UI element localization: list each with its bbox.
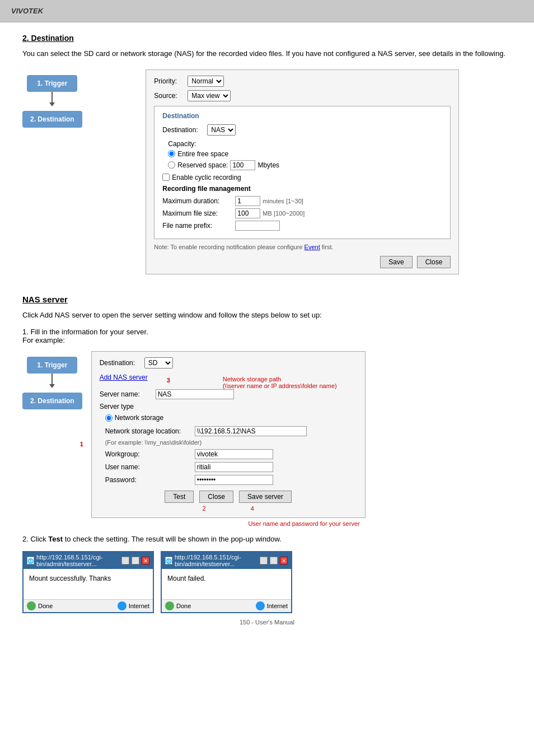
file-prefix-input[interactable] [235,221,280,231]
destination-select-row: Destination: NAS SD [162,124,442,136]
cyclic-recording-label: Enable cyclic recording [172,174,241,181]
password-label: Password: [105,476,195,484]
entire-free-radio[interactable] [168,150,175,157]
annotation-4: 4 [251,505,254,512]
reserved-space-row: Reserved space: Mbytes [168,160,442,170]
internet-icon-2 [256,601,265,610]
success-popup: 🌐 http://192.168.5.151/cgi-bin/admin/tes… [22,551,154,613]
source-label: Source: [154,92,188,100]
max-file-input[interactable] [235,208,260,218]
success-popup-title: http://192.168.5.151/cgi-bin/admin/tests… [36,554,120,567]
failure-message: Mount failed. [167,575,206,582]
step2-rest: to check the setting. The result will be… [65,535,282,543]
workgroup-row: Workgroup: [105,449,357,459]
workflow-left: 1. Trigger 2. Destination [22,69,82,283]
internet-icon [118,601,127,610]
max-file-label: Maximum file size: [162,209,235,217]
destination-panel: Destination Destination: NAS SD Capacity… [154,106,451,239]
cyclic-recording-row: Enable cyclic recording [162,174,442,181]
title-bar-icons-failure: _ □ ✕ [259,557,288,564]
username-row: User name: [105,462,357,472]
network-storage-section: Network storage Network storage location… [105,414,357,485]
close-icon-2[interactable]: ✕ [280,557,288,564]
mbytes-label: Mbytes [257,161,279,169]
file-mgmt-title: Recording file management [162,185,442,193]
network-path-annotation: Network storage path (\\server name or I… [223,376,337,389]
save-server-button[interactable]: Save server [239,491,292,503]
for-example-text: (For example: \\my_nas\disk\folder) [105,439,357,446]
popup-row: 🌐 http://192.168.5.151/cgi-bin/admin/tes… [22,551,512,613]
nas-buttons-area: Test Close Save server 2 4 [100,491,357,512]
app-title: VIVOTEK [11,7,43,15]
destination-select[interactable]: NAS SD [207,124,236,136]
step1-text: 1. Fill in the information for your serv… [22,328,512,344]
save-button[interactable]: Save [380,256,412,268]
network-location-input[interactable] [195,426,307,436]
annotation-2: 2 [203,505,206,512]
server-name-label: Server name: [100,390,156,398]
destination-panel-title: Destination [162,112,442,120]
nas-destination-row: Destination: SD NAS [100,357,357,368]
entire-free-label: Entire free space [177,150,228,158]
max-duration-hint: minutes [1~30] [263,198,303,204]
password-row: Password: [105,475,357,485]
server-name-input[interactable] [156,389,234,399]
username-input[interactable] [195,462,273,472]
nas-workflow-area: 1. Trigger 2. Destination Destination: S… [22,351,512,527]
source-select[interactable]: Max view [188,90,231,101]
workgroup-label: Workgroup: [105,450,195,458]
note-text: Note: To enable recording notification p… [154,244,451,250]
maximize-icon[interactable]: □ [132,557,139,564]
minimize-icon-2[interactable]: _ [260,557,268,564]
nas-buttons: Test Close Save server [100,491,357,503]
cyclic-recording-checkbox[interactable] [162,174,170,181]
nas-section-heading: NAS server [22,295,512,304]
entire-free-space-row: Entire free space [168,150,442,158]
workgroup-input[interactable] [195,449,273,459]
test-button[interactable]: Test [165,491,194,503]
button-annotations: 2 4 [100,505,357,512]
user-pass-annotation: User name and password for your server [91,520,366,527]
nas-dialog-container: Destination: SD NAS Add NAS server 3 [91,351,366,527]
dialog-buttons: Save Close [154,256,451,268]
failure-popup-title: http://192.168.5.151/cgi-bin/admin/tests… [175,554,259,567]
note-main: Note: To enable recording notification p… [154,244,302,250]
nas-dialog: Destination: SD NAS Add NAS server 3 [91,351,366,518]
note-suffix: first. [322,244,334,250]
success-popup-titlebar: 🌐 http://192.168.5.151/cgi-bin/admin/tes… [24,552,153,569]
workflow-destination-box: 2. Destination [22,111,82,128]
minimize-icon[interactable]: _ [121,557,129,564]
failure-popup: 🌐 http://192.168.5.151/cgi-bin/admin/tes… [161,551,292,613]
failure-done-label: Done [176,603,191,609]
max-duration-label: Maximum duration: [162,197,235,205]
close-icon[interactable]: ✕ [142,557,149,564]
nas-workflow-left: 1. Trigger 2. Destination [22,351,82,527]
annotation-1: 1 [80,441,83,447]
network-storage-radio[interactable] [105,414,113,422]
add-nas-link[interactable]: Add NAS server [100,374,148,381]
nas-workflow-trigger: 1. Trigger [27,357,77,374]
reserved-space-input[interactable] [230,160,255,170]
event-link[interactable]: Event [305,244,320,250]
section1-heading: 2. Destination [22,34,512,43]
failure-popup-footer: Done Internet [162,599,291,612]
server-type-label: Server type [100,403,156,410]
nas-close-button[interactable]: Close [199,491,233,503]
source-row: Source: Max view [154,90,451,101]
password-input[interactable] [195,475,273,485]
capacity-section: Capacity: Entire free space Reserved spa… [168,140,442,170]
max-duration-input[interactable] [235,196,260,206]
close-button[interactable]: Close [417,256,451,268]
priority-select[interactable]: Normal High [188,76,224,87]
nas-destination-select[interactable]: SD NAS [144,357,173,368]
network-location-label: Network storage location: [105,427,195,435]
workflow-arrow1 [51,92,53,103]
max-duration-row: Maximum duration: minutes [1~30] [162,196,442,206]
step2-bold: Test [48,535,63,543]
priority-row: Priority: Normal High [154,76,451,87]
success-message: Mount successfully. Thanks [29,575,111,582]
maximize-icon-2[interactable]: □ [270,557,278,564]
success-popup-footer: Done Internet [24,599,153,612]
nas-intro-text: Click Add NAS server to open the server … [22,311,322,319]
reserved-space-radio[interactable] [168,161,175,169]
